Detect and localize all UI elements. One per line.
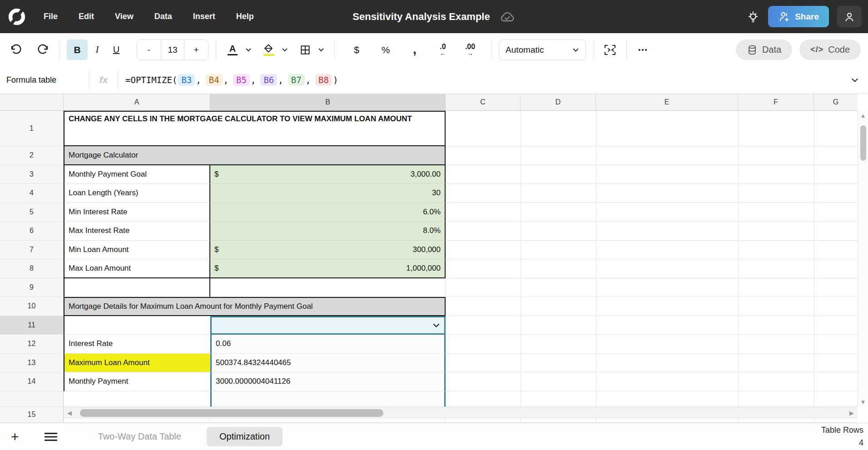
row-header-3[interactable]: 3 (0, 165, 64, 184)
italic-button[interactable]: I (88, 40, 107, 60)
scroll-up-icon[interactable]: ▲ (860, 111, 866, 120)
text-color-button[interactable]: A (223, 40, 242, 60)
empty-cells[interactable] (446, 354, 858, 373)
empty-cells[interactable] (446, 203, 858, 222)
cell-b11-dropdown[interactable] (210, 316, 446, 335)
code-panel-button[interactable]: </> Code (799, 40, 861, 60)
sheet-tab-two-way-data-table[interactable]: Two-Way Data Table (98, 431, 181, 442)
column-header-c[interactable]: C (446, 94, 521, 111)
borders-button[interactable] (296, 40, 314, 60)
redo-button[interactable] (34, 40, 52, 60)
formula-bar-expand-button[interactable] (851, 78, 859, 83)
font-size-value[interactable]: 13 (161, 40, 184, 60)
formula-input[interactable]: =OPTIMIZE( B3 , B4 , B5 , B6 , B7 , B8 ) (125, 74, 338, 86)
row-header-15[interactable]: 15 (0, 407, 64, 423)
row-header-7[interactable]: 7 (0, 241, 64, 260)
cell-b8-value[interactable]: $ 1,000,000 (210, 259, 446, 278)
add-sheet-button[interactable]: + (11, 429, 19, 445)
cell-b4-value[interactable]: 30 (210, 184, 446, 203)
cell-b9-empty[interactable] (210, 278, 446, 297)
cell-b14-value[interactable]: 3000.0000004041126 (210, 372, 446, 391)
cell-a4-label[interactable]: Loan Length (Years) (64, 184, 210, 203)
font-size-decrease-button[interactable]: - (137, 40, 161, 60)
cell-b7-value[interactable]: $ 300,000 (210, 241, 446, 260)
horizontal-scrollbar[interactable]: ◀ ▶ (64, 407, 858, 418)
empty-cells[interactable] (446, 184, 858, 203)
row-header-11[interactable]: 11 (0, 316, 64, 335)
cell-empty-teal[interactable] (210, 391, 446, 407)
row-header-13[interactable]: 13 (0, 354, 64, 373)
cell-a8-label[interactable]: Max Loan Amount (64, 259, 210, 278)
empty-cells[interactable] (446, 316, 858, 335)
menu-file[interactable]: File (44, 12, 58, 21)
vertical-scroll-thumb[interactable] (860, 125, 866, 161)
cell-b13-value[interactable]: 500374.84324440465 (210, 354, 446, 373)
convert-cell-type-button[interactable] (601, 40, 619, 60)
scroll-right-icon[interactable]: ▶ (846, 410, 858, 416)
decrease-decimals-button[interactable]: .0 ← (434, 40, 452, 60)
text-color-dropdown[interactable] (243, 40, 254, 60)
horizontal-scroll-thumb[interactable] (80, 409, 383, 417)
row-header-6[interactable]: 6 (0, 222, 64, 241)
sheet-list-button[interactable] (45, 432, 57, 442)
bold-button[interactable]: B (67, 40, 88, 60)
cell-a13-label-highlighted[interactable]: Maximum Loan Amount (64, 354, 210, 373)
cell-empty[interactable] (64, 391, 210, 407)
row-header-9[interactable]: 9 (0, 278, 64, 297)
empty-cells[interactable] (446, 391, 858, 407)
cell-a7-label[interactable]: Min Loan Amount (64, 241, 210, 260)
feedback-bulb-icon[interactable] (746, 9, 760, 25)
select-all-corner[interactable] (0, 94, 64, 111)
app-logo-icon[interactable] (7, 7, 26, 26)
comma-format-button[interactable]: , (406, 40, 424, 60)
menu-view[interactable]: View (115, 12, 134, 21)
cell-b5-value[interactable]: 6.0% (210, 203, 446, 222)
fill-color-button[interactable] (260, 40, 278, 60)
scroll-down-icon[interactable]: ▼ (860, 397, 866, 407)
menu-data[interactable]: Data (154, 12, 172, 21)
row-header-5[interactable]: 5 (0, 203, 64, 222)
column-header-d[interactable]: D (521, 94, 596, 111)
empty-cells[interactable] (446, 372, 858, 391)
cell-a1-title[interactable]: CHANGE ANY CELLS IN THE MORTGAGE CALCULA… (64, 111, 446, 146)
row-header-14[interactable]: 14 (0, 372, 64, 391)
sheet-tab-optimization[interactable]: Optimization (207, 427, 283, 446)
row-header-8[interactable]: 8 (0, 259, 64, 278)
cell-a14-label[interactable]: Monthly Payment (64, 372, 210, 391)
scroll-left-icon[interactable]: ◀ (64, 410, 75, 416)
column-header-f[interactable]: F (738, 94, 814, 111)
account-avatar-button[interactable] (837, 6, 862, 27)
menu-insert[interactable]: Insert (193, 12, 215, 21)
row-header-2[interactable]: 2 (0, 146, 64, 165)
empty-cells[interactable] (446, 241, 858, 260)
cell-a3-label[interactable]: Monthly Payment Goal (64, 165, 210, 184)
share-button[interactable]: Share (768, 6, 829, 27)
row-header-blank[interactable] (0, 391, 64, 407)
underline-button[interactable]: U (107, 40, 126, 60)
cell-a11-empty[interactable] (64, 316, 210, 335)
column-header-g[interactable]: G (814, 94, 858, 111)
empty-cells[interactable] (446, 165, 858, 184)
dropdown-chevron-icon[interactable] (432, 323, 440, 328)
empty-cells[interactable] (446, 278, 858, 297)
row-header-10[interactable]: 10 (0, 297, 64, 316)
row-header-4[interactable]: 4 (0, 184, 64, 203)
menu-edit[interactable]: Edit (79, 12, 94, 21)
empty-cells[interactable] (446, 297, 858, 316)
cell-a5-label[interactable]: Min Interest Rate (64, 203, 210, 222)
column-header-e[interactable]: E (596, 94, 738, 111)
empty-cells[interactable] (446, 111, 858, 146)
empty-cells[interactable] (446, 335, 858, 354)
cell-b12-value[interactable]: 0.06 (210, 335, 446, 354)
percent-format-button[interactable]: % (377, 40, 395, 60)
number-format-select[interactable]: Automatic (499, 40, 586, 60)
cell-a10-banner[interactable]: Mortgage Details for Maximum Loan Amount… (64, 297, 446, 316)
cell-b3-value[interactable]: $ 3,000.00 (210, 165, 446, 184)
cell-b6-value[interactable]: 8.0% (210, 222, 446, 241)
currency-format-button[interactable]: $ (347, 40, 366, 60)
row-header-12[interactable]: 12 (0, 335, 64, 354)
horizontal-scroll-track[interactable] (75, 408, 846, 418)
menu-help[interactable]: Help (236, 12, 254, 21)
name-box[interactable]: Formula table (0, 75, 89, 85)
cell-a2-banner[interactable]: Mortgage Calculator (64, 146, 446, 165)
